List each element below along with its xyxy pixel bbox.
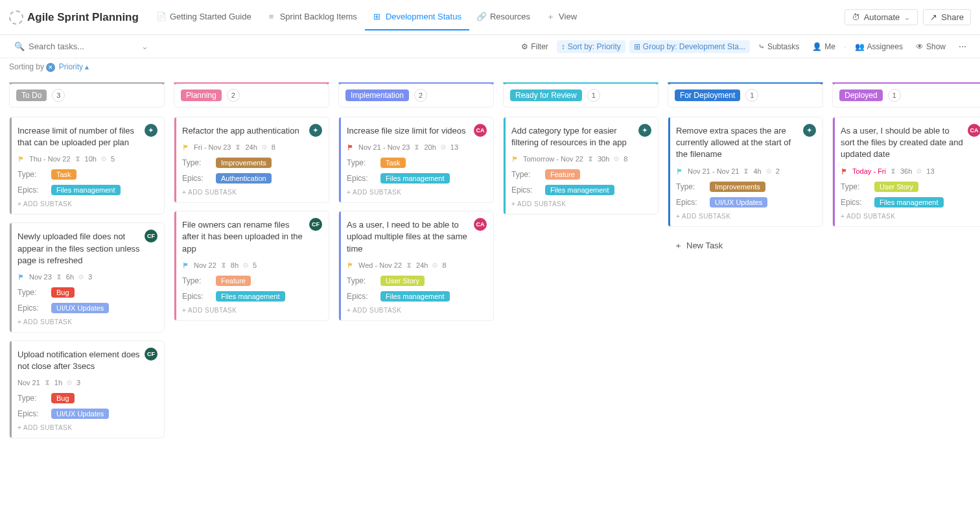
assignee-avatar[interactable]: ✦	[638, 124, 651, 137]
card-title: File owners can rename files after it ha…	[182, 219, 321, 255]
epic-tag[interactable]: Files management	[51, 185, 121, 195]
add-subtask-button[interactable]: + ADD SUBTASK	[347, 307, 485, 314]
hourglass-icon	[44, 379, 51, 386]
tab-resources[interactable]: 🔗Resources	[469, 4, 538, 30]
assignees-button[interactable]: 👥Assignees	[850, 40, 907, 53]
card-time: 36h	[900, 167, 912, 175]
add-subtask-button[interactable]: + ADD SUBTASK	[18, 424, 156, 431]
task-card[interactable]: CA As a user, I should be able to sort t…	[832, 117, 980, 227]
add-subtask-button[interactable]: + ADD SUBTASK	[676, 213, 815, 220]
type-tag[interactable]: Bug	[51, 287, 75, 298]
card-meta: Nov 21 1h 3	[18, 379, 156, 386]
person-icon: 👤	[812, 42, 822, 51]
task-card[interactable]: CF File owners can rename files after it…	[174, 211, 329, 321]
column-header[interactable]: To Do 3	[9, 82, 165, 108]
epic-tag[interactable]: Files management	[874, 197, 944, 208]
group-button[interactable]: ⊞Group by: Development Sta...	[629, 40, 750, 53]
card-title: Add category type for easier filtering o…	[511, 125, 650, 149]
add-subtask-button[interactable]: + ADD SUBTASK	[841, 213, 979, 220]
epic-tag[interactable]: UI/UX Updates	[51, 409, 109, 419]
new-task-button[interactable]: ＋New Task	[668, 235, 823, 257]
epic-tag[interactable]: UI/UX Updates	[51, 303, 109, 313]
automate-button[interactable]: ⏱ Automate ⌄	[845, 9, 918, 25]
task-card[interactable]: CA As a user, I need to be able to uploa…	[338, 211, 494, 321]
column-for-deployment: For Deployment 1 ✦ Remove extra spaces t…	[668, 82, 823, 257]
gear-icon	[916, 168, 922, 174]
type-tag[interactable]: Improvements	[710, 182, 765, 192]
type-label: Type:	[511, 170, 537, 179]
more-button[interactable]: ⋯	[954, 40, 971, 53]
column-header[interactable]: For Deployment 1	[668, 82, 823, 108]
card-time: 8h	[231, 261, 239, 269]
type-tag[interactable]: Task	[380, 158, 406, 168]
add-subtask-button[interactable]: + ADD SUBTASK	[182, 307, 321, 314]
assignee-avatar[interactable]: CA	[968, 124, 980, 137]
hourglass-icon	[75, 156, 81, 162]
share-button[interactable]: ↗ Share	[923, 9, 971, 25]
type-label: Type:	[18, 394, 43, 403]
count-badge: 1	[888, 89, 901, 102]
type-tag[interactable]: Feature	[545, 169, 580, 180]
card-time: 24h	[245, 143, 257, 151]
assignee-avatar[interactable]: ✦	[803, 124, 816, 137]
assignee-avatar[interactable]: ✦	[309, 124, 322, 137]
task-card[interactable]: ✦ Refactor the app authentication Fri - …	[174, 117, 329, 203]
type-tag[interactable]: Task	[51, 169, 76, 180]
tab-getting-started-guide[interactable]: 📄Getting Started Guide	[149, 4, 259, 30]
clear-sort-icon[interactable]: ✕	[46, 63, 55, 72]
me-button[interactable]: 👤Me	[808, 40, 840, 53]
search-icon: 🔍	[14, 42, 25, 51]
column-header[interactable]: Ready for Review 1	[503, 82, 659, 108]
column-header[interactable]: Deployed 1	[832, 82, 980, 108]
stage-label: Implementation	[345, 89, 409, 101]
tab-view[interactable]: ＋View	[538, 4, 585, 30]
epic-tag[interactable]: UI/UX Updates	[710, 197, 767, 208]
flag-icon	[18, 155, 25, 163]
column-header[interactable]: Implementation 2	[338, 82, 494, 108]
epic-tag[interactable]: Authentication	[216, 173, 272, 184]
type-tag[interactable]: User Story	[380, 276, 425, 286]
group-icon: ⊞	[634, 42, 640, 51]
type-tag[interactable]: Bug	[51, 393, 75, 403]
hourglass-icon	[56, 274, 62, 280]
task-card[interactable]: ✦ Remove extra spaces the are currently …	[668, 117, 823, 227]
epic-tag[interactable]: Files management	[380, 173, 450, 184]
add-subtask-button[interactable]: + ADD SUBTASK	[511, 200, 650, 208]
add-subtask-button[interactable]: + ADD SUBTASK	[18, 200, 156, 208]
search-input[interactable]: 🔍 ⌄	[9, 39, 126, 54]
card-time: 24h	[416, 261, 428, 269]
type-tag[interactable]: Improvements	[216, 158, 272, 168]
chevron-down-icon[interactable]: ⌄	[141, 42, 148, 51]
card-time: 20h	[424, 143, 436, 151]
filter-button[interactable]: ⚙Filter	[517, 40, 553, 53]
plus-icon: ＋	[546, 12, 555, 21]
task-card[interactable]: CF Upload notification element does not …	[9, 340, 165, 438]
column-implementation: Implementation 2 CA Increase file size l…	[338, 82, 494, 329]
tab-sprint-backlog-items[interactable]: ≡Sprint Backlog Items	[259, 4, 365, 30]
assignee-avatar[interactable]: ✦	[145, 124, 158, 137]
stage-label: Planning	[181, 89, 222, 101]
epic-tag[interactable]: Files management	[216, 291, 285, 302]
type-tag[interactable]: User Story	[874, 182, 918, 192]
subtasks-button[interactable]: ⤷Subtasks	[754, 40, 804, 53]
task-card[interactable]: CA Increase file size limit for videos N…	[338, 117, 494, 203]
epic-tag[interactable]: Files management	[545, 185, 614, 195]
sort-button[interactable]: ↕Sort by: Priority	[557, 40, 625, 53]
show-button[interactable]: 👁Show	[911, 40, 950, 53]
assignee-avatar[interactable]: CA	[474, 124, 487, 137]
assignee-avatar[interactable]: CF	[145, 348, 158, 361]
doc-icon: 📄	[157, 12, 166, 21]
type-tag[interactable]: Feature	[216, 276, 251, 286]
type-label: Type:	[182, 276, 208, 285]
add-subtask-button[interactable]: + ADD SUBTASK	[182, 189, 321, 196]
task-card[interactable]: ✦ Add category type for easier filtering…	[503, 117, 659, 215]
add-subtask-button[interactable]: + ADD SUBTASK	[347, 189, 485, 196]
card-title: Increase limit of number of files that c…	[18, 125, 156, 149]
hourglass-icon	[743, 168, 749, 174]
add-subtask-button[interactable]: + ADD SUBTASK	[18, 318, 156, 326]
epic-tag[interactable]: Files management	[380, 291, 450, 302]
task-card[interactable]: CF Newly uploaded file does not appear i…	[9, 222, 165, 333]
task-card[interactable]: ✦ Increase limit of number of files that…	[9, 117, 165, 215]
column-header[interactable]: Planning 2	[174, 82, 329, 108]
tab-development-status[interactable]: ⊞Development Status	[365, 4, 469, 30]
